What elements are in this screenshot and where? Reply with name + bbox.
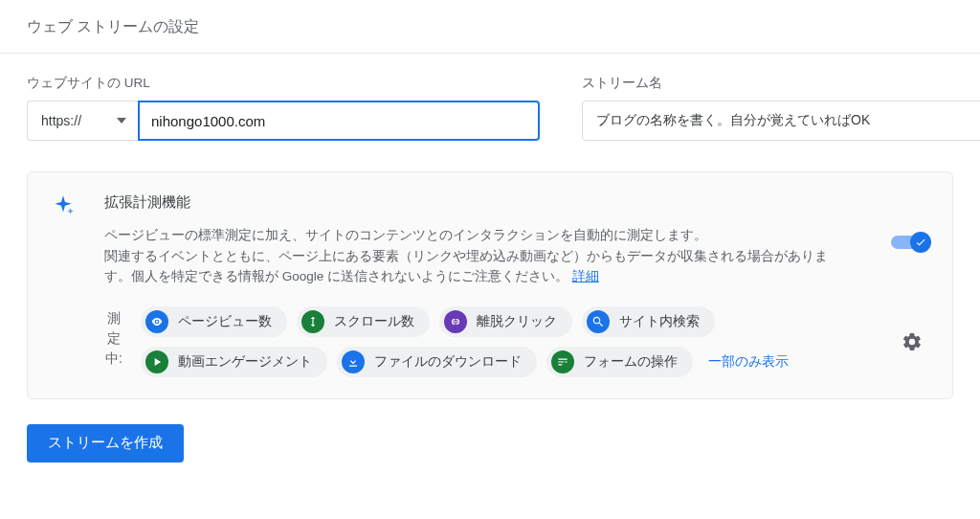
stream-name-input[interactable] xyxy=(582,101,980,141)
play-icon xyxy=(145,350,168,373)
panel-title-text: ウェブ ストリームの設定 xyxy=(27,18,199,34)
measuring-block: 測定中: ページビュー数スクロール数離脱クリックサイト内検索動画エンゲージメント… xyxy=(104,306,929,377)
protocol-select[interactable]: https:// xyxy=(27,101,138,141)
scroll-icon xyxy=(301,310,324,333)
website-url-label: ウェブサイトの URL xyxy=(27,75,540,92)
search-icon xyxy=(587,310,610,333)
event-chip-label: スクロール数 xyxy=(334,313,414,330)
event-chip-label: フォームの操作 xyxy=(584,353,678,371)
check-icon xyxy=(915,237,926,248)
event-chip-label: 動画エンゲージメント xyxy=(178,353,312,371)
website-url-group: https:// xyxy=(27,101,540,141)
form-icon xyxy=(551,350,574,373)
create-row: ストリームを作成 xyxy=(0,399,980,487)
chevron-down-icon xyxy=(117,118,126,124)
download-icon xyxy=(342,350,365,373)
event-chip: ページビュー数 xyxy=(141,306,287,337)
event-chip-label: 離脱クリック xyxy=(477,313,557,330)
enhanced-toggle[interactable] xyxy=(891,232,929,253)
event-chip-label: ファイルのダウンロード xyxy=(374,353,522,371)
eye-icon xyxy=(145,310,168,333)
measuring-label: 測定中: xyxy=(104,306,123,377)
event-chip-label: サイト内検索 xyxy=(619,313,700,330)
enhanced-measurement-title: 拡張計測機能 xyxy=(104,193,872,212)
website-url-field: ウェブサイトの URL https:// xyxy=(27,75,540,141)
details-link[interactable]: 詳細 xyxy=(572,269,599,283)
stream-name-field: ストリーム名 xyxy=(582,75,980,141)
event-chip: フォームの操作 xyxy=(546,347,693,377)
event-chip-label: ページビュー数 xyxy=(178,313,272,330)
link-icon xyxy=(444,310,467,333)
event-chips: ページビュー数スクロール数離脱クリックサイト内検索動画エンゲージメントファイルの… xyxy=(141,306,878,377)
enhanced-title-row: 拡張計測機能 ページビューの標準測定に加え、サイトのコンテンツとのインタラクショ… xyxy=(104,193,929,306)
event-chip: サイト内検索 xyxy=(582,306,715,337)
protocol-value: https:// xyxy=(41,113,81,128)
stream-name-label: ストリーム名 xyxy=(582,75,980,92)
event-chip: スクロール数 xyxy=(297,306,430,337)
event-chip: ファイルのダウンロード xyxy=(337,347,537,377)
gear-icon[interactable] xyxy=(902,331,923,352)
partial-display-link[interactable]: 一部のみ表示 xyxy=(708,353,789,371)
toggle-thumb xyxy=(910,232,931,253)
panel-title: ウェブ ストリームの設定 xyxy=(0,0,980,54)
desc-line-2: 関連するイベントとともに、ページ上にある要素（リンクや埋め込み動画など）からもデ… xyxy=(104,249,828,284)
enhanced-measurement-card: 拡張計測機能 ページビューの標準測定に加え、サイトのコンテンツとのインタラクショ… xyxy=(27,171,953,399)
event-chip: 離脱クリック xyxy=(439,306,572,337)
sparkle-icon xyxy=(51,193,83,377)
enhanced-measurement-desc: ページビューの標準測定に加え、サイトのコンテンツとのインタラクションを自動的に測… xyxy=(104,225,832,287)
desc-line-1: ページビューの標準測定に加え、サイトのコンテンツとのインタラクションを自動的に測… xyxy=(104,228,707,242)
create-stream-button[interactable]: ストリームを作成 xyxy=(27,424,184,463)
website-url-input[interactable] xyxy=(138,101,540,141)
form-row: ウェブサイトの URL https:// ストリーム名 xyxy=(0,54,980,150)
event-chip: 動画エンゲージメント xyxy=(141,347,327,377)
enhanced-card-body: 拡張計測機能 ページビューの標準測定に加え、サイトのコンテンツとのインタラクショ… xyxy=(104,193,929,377)
